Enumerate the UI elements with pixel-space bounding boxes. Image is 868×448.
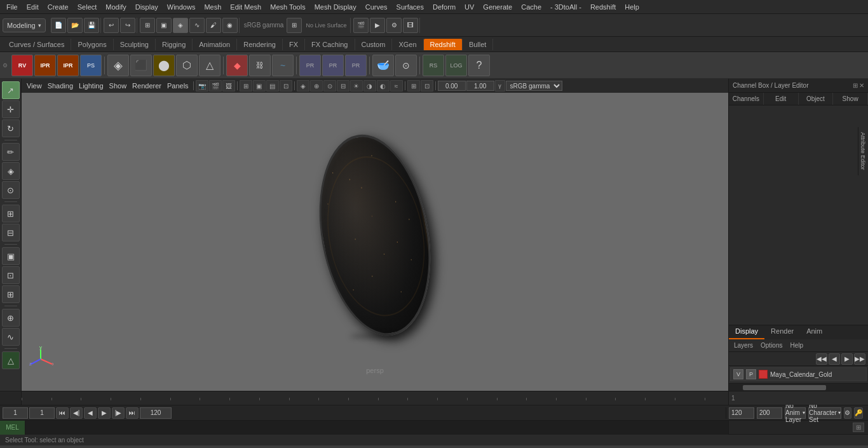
select-tool-btn[interactable]: ↗ — [2, 81, 20, 99]
play-forward-btn[interactable]: ▶ — [98, 407, 111, 419]
menu-mesh-display[interactable]: Mesh Display — [311, 2, 360, 12]
menu-uv[interactable]: UV — [461, 2, 478, 12]
xray-icon[interactable]: ⊡ — [421, 80, 433, 92]
render-sequence-btn[interactable]: 🎞 — [403, 18, 418, 33]
vp-menu-lighting[interactable]: Lighting — [76, 82, 106, 90]
command-type-toggle[interactable]: MEL — [0, 421, 25, 435]
play-back-btn[interactable]: ◀ — [84, 407, 97, 419]
vp-menu-shading[interactable]: Shading — [45, 82, 76, 90]
le-tab-render[interactable]: Render — [764, 325, 800, 339]
redo-btn[interactable]: ↪ — [120, 18, 135, 33]
shelf-rs-pr2[interactable]: PR — [322, 55, 344, 76]
command-expand-btn[interactable]: ⊞ — [853, 423, 864, 432]
menu-cache[interactable]: Cache — [517, 2, 545, 12]
timeline-ruler[interactable] — [22, 391, 728, 405]
render-btn[interactable]: ⚙ — [386, 18, 402, 33]
camera-btn[interactable]: 📷 — [196, 80, 208, 92]
select-object-btn[interactable]: ◈ — [173, 18, 188, 33]
texture-icon[interactable]: ⊟ — [337, 80, 349, 92]
snap-curve-btn[interactable]: ∿ — [2, 328, 20, 346]
menu-select[interactable]: Select — [74, 2, 101, 12]
vp-menu-panels[interactable]: Panels — [165, 82, 191, 90]
menu-modify[interactable]: Modify — [102, 2, 130, 12]
ao-icon[interactable]: ◐ — [377, 80, 390, 92]
tab-xgen[interactable]: XGen — [392, 39, 423, 50]
current-frame-field[interactable] — [3, 407, 28, 419]
paint-tool-btn[interactable]: ✏ — [2, 143, 20, 161]
menu-edit[interactable]: Edit — [23, 2, 43, 12]
shelf-sphere[interactable]: ⬤ — [153, 55, 175, 76]
paint-select-btn[interactable]: 🖌 — [206, 18, 221, 33]
rotate-tool-btn[interactable]: ↻ — [2, 119, 20, 137]
shelf-cube-outline[interactable]: ⬛ — [130, 55, 152, 76]
image-plane-btn[interactable]: 🖼 — [222, 80, 235, 92]
shelf-cone[interactable]: △ — [199, 55, 220, 76]
le-subtab-layers[interactable]: Layers — [731, 341, 756, 350]
hierarchy-icon[interactable]: ▤ — [266, 80, 279, 92]
shelf-diamond[interactable]: ◈ — [107, 55, 129, 76]
component-icon[interactable]: ▣ — [253, 80, 266, 92]
show-manipulator-btn[interactable]: ⊞ — [2, 205, 20, 222]
frame-all-btn[interactable]: ⊡ — [2, 266, 20, 284]
no-char-set-dropdown[interactable]: No Character Set ▾ — [808, 407, 841, 419]
shaded-icon[interactable]: ◈ — [297, 80, 309, 92]
viewport[interactable]: View Shading Lighting Show Renderer Pane… — [22, 79, 728, 391]
range-start-field[interactable] — [29, 407, 55, 419]
tab-rigging[interactable]: Rigging — [156, 39, 193, 50]
layer-scrollbar-thumb[interactable] — [743, 385, 826, 390]
layer-scrollbar[interactable] — [729, 383, 868, 391]
tab-redshift[interactable]: Redshift — [424, 39, 463, 50]
menu-mesh-tools[interactable]: Mesh Tools — [266, 2, 309, 12]
select-all-btn[interactable]: ▣ — [156, 18, 172, 33]
frame-selected-btn[interactable]: ⊞ — [2, 285, 20, 303]
vp-menu-view[interactable]: View — [24, 82, 44, 90]
layer-icon-back-back[interactable]: ◀◀ — [816, 353, 827, 365]
menu-redshift[interactable]: Redshift — [587, 2, 620, 12]
menu-windows[interactable]: Windows — [163, 2, 200, 12]
shelf-cylinder[interactable]: ⬡ — [176, 55, 198, 76]
layer-visibility[interactable]: V — [733, 369, 743, 379]
shelf-rs-ipr[interactable]: IPR — [34, 55, 56, 76]
shelf-chain[interactable]: ⛓ — [249, 55, 271, 76]
shelf-rs-ps[interactable]: PS — [80, 55, 102, 76]
shelf-rs-script[interactable]: RS — [423, 55, 444, 76]
quick-layout-btn[interactable]: ▣ — [2, 247, 20, 265]
cb-tab-object[interactable]: Object — [799, 93, 834, 105]
translate-x-field[interactable] — [438, 81, 466, 91]
color-space-dropdown[interactable]: sRGB gamma — [506, 81, 562, 91]
select-by-hierarchy-btn[interactable]: ⊞ — [140, 18, 155, 33]
char-set-settings-btn[interactable]: ⚙ — [844, 407, 851, 419]
motion-blur-icon[interactable]: ≈ — [390, 80, 403, 92]
tab-polygons[interactable]: Polygons — [71, 39, 113, 50]
tab-sculpting[interactable]: Sculpting — [114, 39, 156, 50]
layer-icon-back[interactable]: ◀ — [829, 353, 840, 365]
menu-surfaces[interactable]: Surfaces — [393, 2, 428, 12]
layer-icon-fwd[interactable]: ▶ — [841, 353, 853, 365]
menu-display[interactable]: Display — [132, 2, 162, 12]
cb-tab-show[interactable]: Show — [833, 93, 868, 105]
snap-to-grid-btn[interactable]: ⊞ — [287, 18, 302, 33]
vp-menu-show[interactable]: Show — [107, 82, 130, 90]
isolate-icon[interactable]: ⊞ — [407, 80, 420, 92]
le-tab-display[interactable]: Display — [729, 325, 764, 339]
soft-select-btn[interactable]: ⊙ — [2, 181, 20, 199]
custom-tool-btn[interactable]: ⊟ — [2, 224, 20, 241]
mode-selector[interactable]: Modeling ▾ — [3, 18, 46, 32]
lasso-select-btn[interactable]: ∿ — [189, 18, 205, 33]
step-forward-btn[interactable]: |▶ — [112, 407, 125, 419]
tab-bullet[interactable]: Bullet — [463, 39, 494, 50]
go-to-end-btn[interactable]: ⏭ — [126, 407, 139, 419]
shelf-rs-rv[interactable]: RV — [11, 55, 33, 76]
menu-curves[interactable]: Curves — [362, 2, 391, 12]
no-anim-layer-dropdown[interactable]: No Anim Layer ▾ — [785, 407, 806, 419]
le-subtab-help[interactable]: Help — [787, 341, 806, 350]
shelf-rs-help[interactable]: ? — [468, 55, 490, 76]
menu-mesh[interactable]: Mesh — [200, 2, 225, 12]
step-back-btn[interactable]: ◀| — [70, 407, 83, 419]
cb-tab-edit[interactable]: Edit — [764, 93, 799, 105]
menu-edit-mesh[interactable]: Edit Mesh — [226, 2, 265, 12]
panel-expand-icon[interactable]: ⊞ — [853, 82, 858, 89]
shelf-rs-pr1[interactable]: PR — [299, 55, 321, 76]
vp-menu-renderer[interactable]: Renderer — [130, 82, 164, 90]
tab-rendering[interactable]: Rendering — [237, 39, 283, 50]
